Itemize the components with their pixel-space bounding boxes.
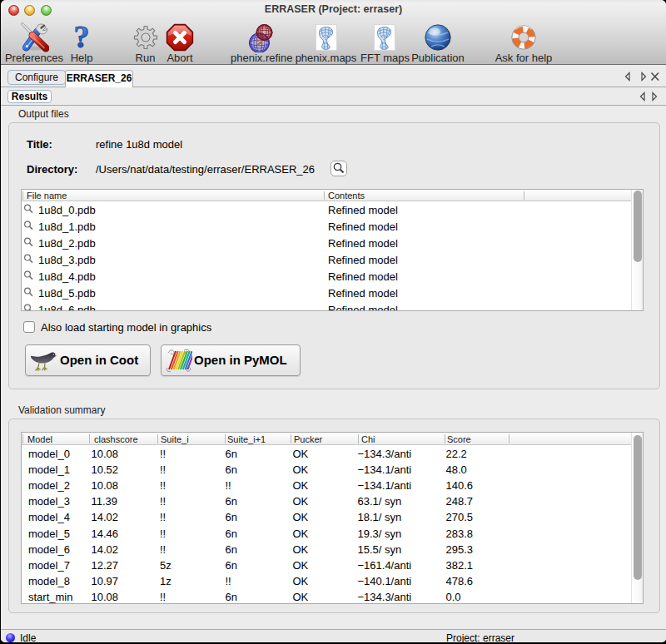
svg-text:?: ? xyxy=(74,23,90,52)
